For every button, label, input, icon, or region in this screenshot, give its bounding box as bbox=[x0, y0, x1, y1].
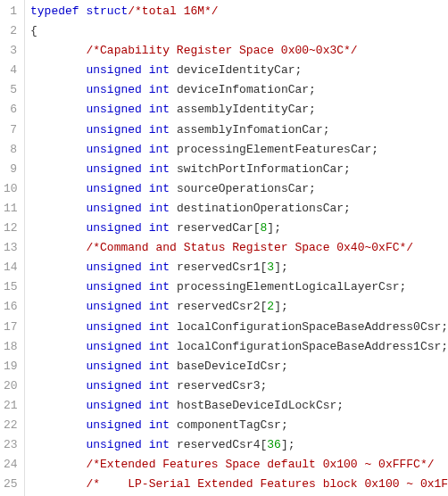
line-number: 3 bbox=[4, 41, 17, 61]
keyword: int bbox=[149, 300, 170, 313]
code-line: unsigned int reservedCsr2[2]; bbox=[30, 297, 448, 317]
identifier: processingElementLogicalLayerCsr bbox=[177, 280, 400, 293]
keyword: int bbox=[149, 379, 170, 393]
identifier: deviceInfomationCar bbox=[177, 83, 309, 96]
identifier: reservedCsr4 bbox=[177, 438, 261, 451]
line-number: 11 bbox=[4, 199, 17, 219]
code-line: unsigned int switchPortInformationCar; bbox=[30, 160, 448, 179]
line-number: 15 bbox=[4, 277, 17, 297]
code-line: unsigned int sourceOperationsCar; bbox=[30, 179, 448, 199]
comment: /* LP-Serial Extended Features block 0x1… bbox=[86, 477, 448, 491]
keyword: unsigned bbox=[86, 379, 141, 393]
identifier: switchPortInformationCar bbox=[177, 162, 344, 176]
code-line: unsigned int reservedCsr4[36]; bbox=[30, 435, 448, 455]
keyword: unsigned bbox=[86, 63, 141, 77]
code-line: /*Capability Register Space 0x00~0x3C*/ bbox=[30, 41, 448, 61]
keyword: unsigned bbox=[86, 399, 141, 412]
line-number: 4 bbox=[4, 61, 17, 80]
keyword: int bbox=[149, 123, 170, 136]
keyword: int bbox=[149, 143, 170, 156]
code-line: /*Command and Status Register Space 0x40… bbox=[30, 238, 448, 258]
code-line: unsigned int deviceIdentityCar; bbox=[30, 61, 448, 80]
code-line: /* LP-Serial Extended Features block 0x1… bbox=[30, 475, 448, 494]
code-editor: 1234567891011121314151617181920212223242… bbox=[0, 0, 448, 496]
code-line: unsigned int assemblyInfomationCar; bbox=[30, 120, 448, 140]
keyword: unsigned bbox=[86, 83, 141, 96]
line-number: 2 bbox=[4, 21, 17, 41]
line-number: 13 bbox=[4, 238, 17, 258]
identifier: reservedCar bbox=[177, 221, 253, 235]
code-line: unsigned int reservedCsr1[3]; bbox=[30, 258, 448, 277]
code-line: unsigned int destinationOperationsCar; bbox=[30, 199, 448, 219]
code-line: unsigned int localConfigurationSpaceBase… bbox=[30, 318, 448, 337]
keyword: int bbox=[149, 418, 170, 432]
code-line: unsigned int baseDeviceIdCsr; bbox=[30, 357, 448, 376]
keyword: unsigned bbox=[86, 360, 141, 373]
keyword: typedef bbox=[30, 4, 79, 18]
line-number: 20 bbox=[4, 376, 17, 396]
identifier: assemblyIdentityCar bbox=[177, 103, 309, 116]
keyword: int bbox=[149, 340, 170, 353]
keyword: unsigned bbox=[86, 143, 141, 156]
keyword: int bbox=[149, 182, 170, 195]
line-number: 16 bbox=[4, 297, 17, 317]
identifier: sourceOperationsCar bbox=[177, 182, 309, 195]
keyword: int bbox=[149, 162, 170, 176]
code-line: /*Extended Features Space default 0x100 … bbox=[30, 455, 448, 475]
keyword: int bbox=[149, 399, 170, 412]
number: 2 bbox=[267, 300, 274, 313]
keyword: unsigned bbox=[86, 418, 141, 432]
line-number: 7 bbox=[4, 120, 17, 140]
code-line: unsigned int componentTagCsr; bbox=[30, 416, 448, 435]
number: 3 bbox=[267, 260, 274, 274]
keyword: int bbox=[149, 63, 170, 77]
line-number: 24 bbox=[4, 455, 17, 475]
identifier: processingElementFeaturesCar bbox=[177, 143, 371, 156]
keyword: unsigned bbox=[86, 260, 141, 274]
line-number: 5 bbox=[4, 80, 17, 100]
identifier: reservedCsr2 bbox=[177, 300, 261, 313]
comment: /*Command and Status Register Space 0x40… bbox=[86, 241, 413, 254]
keyword: int bbox=[149, 360, 170, 373]
keyword: unsigned bbox=[86, 280, 141, 293]
number: 36 bbox=[267, 438, 281, 451]
identifier: reservedCsr1 bbox=[177, 260, 261, 274]
line-number: 14 bbox=[4, 258, 17, 277]
line-number: 23 bbox=[4, 435, 17, 455]
keyword: unsigned bbox=[86, 438, 141, 451]
identifier: assemblyInfomationCar bbox=[177, 123, 323, 136]
keyword: unsigned bbox=[86, 300, 141, 313]
line-number: 8 bbox=[4, 140, 17, 160]
code-line: unsigned int processingElementLogicalLay… bbox=[30, 277, 448, 297]
line-number-gutter: 1234567891011121314151617181920212223242… bbox=[0, 0, 25, 496]
keyword: unsigned bbox=[86, 182, 141, 195]
keyword: int bbox=[149, 260, 170, 274]
code-line: { bbox=[30, 21, 448, 41]
code-line: typedef struct/*total 16M*/ bbox=[30, 2, 448, 21]
code-line: unsigned int processingElementFeaturesCa… bbox=[30, 140, 448, 160]
code-line: unsigned int localConfigurationSpaceBase… bbox=[30, 337, 448, 357]
code-line: unsigned int reservedCsr3; bbox=[30, 376, 448, 396]
keyword: unsigned bbox=[86, 320, 141, 334]
identifier: localConfigurationSpaceBaseAddress1Csr bbox=[177, 340, 441, 353]
line-number: 6 bbox=[4, 100, 17, 120]
keyword: int bbox=[149, 438, 170, 451]
keyword: unsigned bbox=[86, 221, 141, 235]
line-number: 10 bbox=[4, 179, 17, 199]
keyword: struct bbox=[86, 4, 128, 18]
keyword: unsigned bbox=[86, 103, 141, 116]
identifier: componentTagCsr bbox=[177, 418, 281, 432]
identifier: reservedCsr3 bbox=[177, 379, 261, 393]
code-area[interactable]: typedef struct/*total 16M*/{ /*Capabilit… bbox=[25, 0, 448, 496]
line-number: 19 bbox=[4, 357, 17, 376]
identifier: baseDeviceIdCsr bbox=[177, 360, 281, 373]
keyword: int bbox=[149, 202, 170, 215]
line-number: 9 bbox=[4, 160, 17, 179]
comment: /*total 16M*/ bbox=[128, 4, 218, 18]
code-line: unsigned int hostBaseDeviceIdLockCsr; bbox=[30, 396, 448, 416]
line-number: 12 bbox=[4, 219, 17, 238]
identifier: destinationOperationsCar bbox=[177, 202, 344, 215]
keyword: int bbox=[149, 103, 170, 116]
keyword: unsigned bbox=[86, 162, 141, 176]
identifier: deviceIdentityCar bbox=[177, 63, 295, 77]
